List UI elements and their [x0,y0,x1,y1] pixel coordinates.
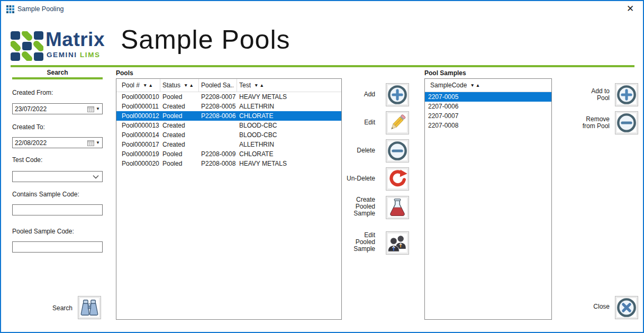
pools-panel-title: Pools [116,69,133,77]
matrix-logo-icon [11,31,43,62]
column-header-pool-number[interactable]: Pool #▼▲ [116,79,160,92]
column-header-pooled-sample[interactable]: Pooled Sa... [199,79,237,92]
add-to-pool-label: Add to Pool [562,88,610,102]
sort-icons[interactable]: ▼▲ [254,83,265,88]
plus-circle-icon [616,85,637,105]
column-header-sample-code[interactable]: SampleCode▼▲ [425,79,551,92]
edit-pooled-sample-label: Edit Pooled Sample [326,232,375,253]
sort-icons[interactable]: ▼▲ [470,83,481,88]
pooled-sample-cell: P2208-0009 [199,150,237,158]
pool-id-cell: Pool0000013 [116,122,160,129]
test-code-label: Test Code: [12,156,42,164]
calendar-icon [87,140,94,146]
brand-subtitle: GEMINI LIMS [47,51,101,59]
red-undo-arrow-icon [387,169,407,189]
created-to-input[interactable] [13,138,87,148]
add-to-pool-button[interactable] [615,83,638,106]
status-cell: Pooled [160,160,199,167]
two-users-icon [387,233,407,253]
status-cell: Created [160,141,199,148]
pools-header-row: Pool #▼▲ Status▼▲ Pooled Sa... Test▼▲ [116,79,341,92]
test-cell: BLOOD-CBC [237,131,341,139]
flask-icon [387,197,407,218]
test-cell: HEAVY METALS [237,160,341,167]
sample-row[interactable]: 2207-0006 [425,102,551,111]
pools-row[interactable]: Pool0000011CreatedP2208-0005ALLETHRIN [116,102,341,111]
pool-samples-list: SampleCode▼▲ 2207-0005 2207-0006 2207-00… [424,78,552,320]
remove-from-pool-label: Remove from Pool [562,116,610,130]
chevron-down-icon: ▼ [96,140,100,145]
test-code-combobox[interactable] [12,171,103,182]
undelete-pool-button[interactable] [386,167,409,191]
test-cell: ALLETHRIN [237,103,341,110]
pooled-sample-code-input[interactable] [13,242,102,252]
sort-icons[interactable]: ▼▲ [184,83,195,88]
page-title: Sample Pools [121,24,291,55]
pools-row[interactable]: Pool0000020PooledP2208-0008HEAVY METALS [116,159,341,168]
pools-row[interactable]: Pool0000013CreatedBLOOD-CBC [116,121,341,130]
sample-row[interactable]: 2207-0008 [425,121,551,130]
created-from-label: Created From: [12,89,53,96]
window-close-icon[interactable]: ✕ [624,3,636,15]
x-circle-icon [616,298,637,318]
sample-pooling-window: Sample Pooling ✕ Matrix GEMINI LIMS Samp… [0,0,644,333]
title-bar: Sample Pooling ✕ [1,1,643,17]
status-cell: Created [160,103,199,110]
created-to-label: Created To: [12,123,45,131]
chevron-down-icon [93,175,102,179]
pool-id-cell: Pool0000017 [116,141,160,148]
plus-circle-icon [387,85,407,105]
window-title: Sample Pooling [17,5,64,13]
contains-sample-code-input[interactable] [13,205,102,215]
add-button-label: Add [326,91,375,98]
pool-samples-header-row: SampleCode▼▲ [425,79,551,92]
remove-from-pool-button[interactable] [615,111,638,134]
calendar-icon [87,106,94,112]
pencil-icon [387,113,407,133]
header-divider [11,65,634,67]
app-icon [6,5,14,15]
create-pooled-sample-button[interactable] [386,196,409,219]
sample-code-cell: 2207-0008 [425,122,551,129]
sample-code-cell: 2207-0007 [425,112,551,120]
close-button[interactable] [615,296,638,319]
pooled-sample-code-field [12,241,103,253]
undelete-button-label: Un-Delete [326,175,375,182]
created-from-dropdown[interactable]: ▼ [87,106,102,112]
contains-sample-code-field [12,204,103,215]
sample-row[interactable]: 2207-0005 [425,92,551,102]
column-header-test[interactable]: Test▼▲ [237,79,341,92]
status-cell: Created [160,131,199,139]
sort-icons[interactable]: ▼▲ [143,83,154,88]
edit-pooled-sample-button[interactable] [386,231,409,255]
created-to-dropdown[interactable]: ▼ [87,140,102,146]
pools-row[interactable]: Pool0000017CreatedALLETHRIN [116,140,341,149]
sample-row[interactable]: 2207-0007 [425,111,551,121]
search-button[interactable] [78,296,101,319]
search-button-label: Search [30,304,72,312]
delete-button-label: Delete [326,147,375,154]
test-cell: HEAVY METALS [237,93,341,101]
sample-code-cell: 2207-0005 [425,93,551,101]
column-header-status[interactable]: Status▼▲ [160,79,199,92]
test-cell: ALLETHRIN [237,141,341,148]
pools-row[interactable]: Pool0000012PooledP2208-0006CHLORATE [116,111,341,121]
test-code-input[interactable] [13,172,93,182]
binoculars-icon [79,298,99,318]
test-cell: BLOOD-CBC [237,122,341,129]
pools-row[interactable]: Pool0000014CreatedBLOOD-CBC [116,130,341,140]
sample-code-cell: 2207-0006 [425,103,551,110]
add-pool-button[interactable] [386,83,409,106]
pooled-sample-cell: P2208-0006 [199,112,237,120]
edit-pool-button[interactable] [386,111,409,134]
pools-row[interactable]: Pool0000010PooledP2208-0007HEAVY METALS [116,92,341,102]
delete-pool-button[interactable] [386,139,409,163]
test-cell: CHLORATE [237,112,341,120]
pool-id-cell: Pool0000020 [116,160,160,167]
created-from-datepicker: ▼ [12,103,103,114]
status-cell: Pooled [160,93,199,101]
created-from-input[interactable] [13,104,87,114]
search-panel-title: Search [12,69,103,76]
pool-id-cell: Pool0000012 [116,112,160,120]
pools-row[interactable]: Pool0000019PooledP2208-0009CHLORATE [116,149,341,159]
